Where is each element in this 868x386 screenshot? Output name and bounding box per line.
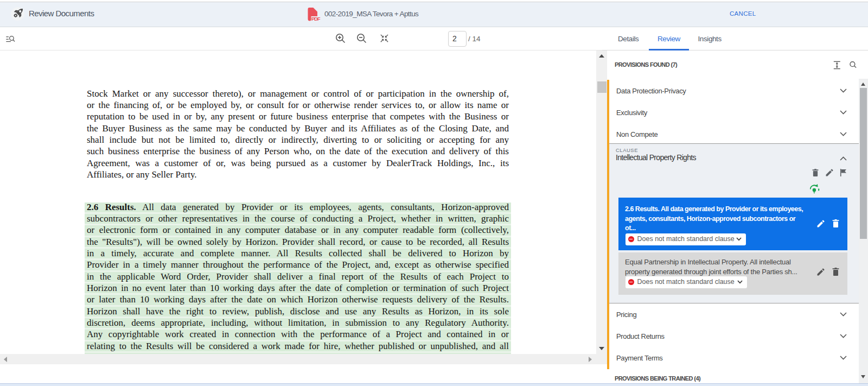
- svg-text:PDF: PDF: [311, 16, 321, 21]
